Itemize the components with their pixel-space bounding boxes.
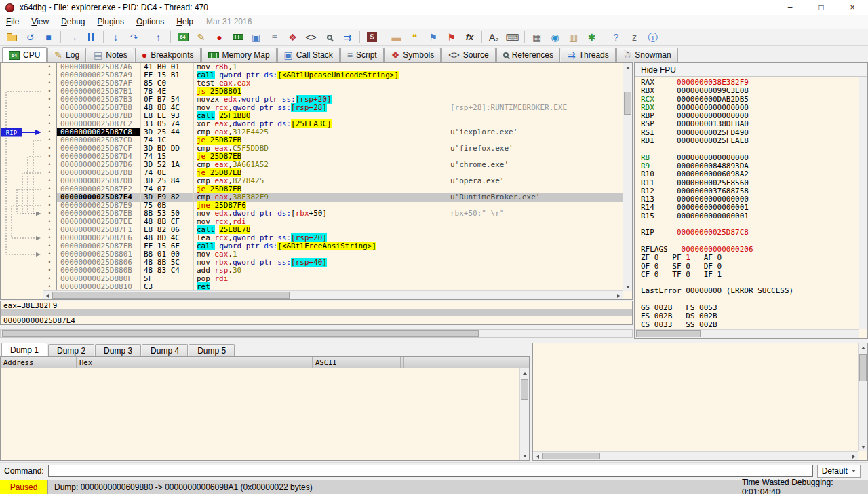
tab-dump-2[interactable]: Dump 2 [48,344,94,356]
script-icon[interactable]: ≡ [265,30,283,45]
functions-icon[interactable]: fx [460,30,479,45]
patches-icon[interactable]: ▬ [387,30,406,45]
registers-vscrollbar[interactable] [859,77,867,329]
minimize-button[interactable]: – [774,0,806,15]
notify-icon[interactable]: z [625,30,644,45]
breakpoint-dot-icon: • [43,218,56,226]
stop-icon[interactable]: ■ [39,30,58,45]
tab-label: Call Stack [296,50,333,60]
maximize-button[interactable]: □ [806,0,837,15]
step-into-icon[interactable]: ↓ [106,30,125,45]
attach-icon[interactable]: ✱ [583,30,601,45]
disasm-comment [446,96,623,104]
labels-icon[interactable]: ⚑ [424,30,442,45]
tab-call-stack[interactable]: ▣Call Stack [277,48,340,62]
breakpoint-dot-icon: • [43,193,56,202]
register-line[interactable]: RIP 00000000025D87C8 [641,229,859,237]
stack-vscrollbar[interactable] [858,343,867,451]
dump-vscrollbar[interactable] [519,368,529,460]
dump-tabs: Dump 1Dump 2Dump 3Dump 4Dump 5 [0,343,530,356]
app-logo-icon [5,3,14,12]
command-line-icon[interactable]: ⌨ [503,30,521,45]
cpu-icon[interactable]: 64 [174,30,192,45]
disasm-comment [446,185,623,193]
snowman-icon[interactable]: S [363,30,381,45]
register-line[interactable]: LastError 00000000 (ERROR_SUCCESS) [641,287,859,295]
memory-map-icon[interactable] [229,30,247,45]
tab-dump-4[interactable]: Dump 4 [142,344,188,356]
threads-icon[interactable]: ⇉ [338,30,357,45]
register-line[interactable]: RDI 00000000025FEAE8 [641,137,859,145]
bookmarks-icon[interactable]: ⚑ [442,30,460,45]
menu-file[interactable]: File [0,16,25,28]
tab-threads[interactable]: ⇉Threads [561,48,616,62]
tab-symbols[interactable]: ❖Symbols [384,48,441,62]
cpu-hscrollbar[interactable] [0,329,633,338]
tab-script[interactable]: ≡Script [340,48,384,62]
close-button[interactable]: × [837,0,868,15]
tab-breakpoints[interactable]: ●Breakpoints [135,48,201,62]
hide-fpu-button[interactable]: Hide FPU [635,63,867,77]
step-over-icon[interactable]: ↷ [125,30,143,45]
references-icon[interactable] [320,30,338,45]
open-file-icon[interactable] [3,30,21,45]
symbols-icon: ❖ [391,50,400,60]
tab-references[interactable]: References [496,48,560,62]
tab-dump-5[interactable]: Dump 5 [189,344,235,356]
breakpoint-dot-icon: • [43,63,56,71]
disassembly-hscrollbar[interactable] [43,290,623,299]
globe-icon[interactable]: ◉ [546,30,564,45]
notes-icon: ▤ [94,50,102,60]
tab-notes[interactable]: ▤Notes [87,48,134,62]
run-to-return-icon[interactable]: ↑ [149,30,167,45]
tab-dump-3[interactable]: Dump 3 [95,344,141,356]
run-icon[interactable]: → [64,30,82,45]
chevron-down-icon [852,470,856,472]
breakpoints-icon[interactable]: ● [210,30,229,45]
cpu-icon: 64 [9,51,20,60]
about-icon[interactable]: ⓘ [644,30,662,45]
disassembly-vscrollbar[interactable] [623,63,632,291]
restart-icon[interactable]: ↺ [21,30,39,45]
disasm-comment: [rsp+28]:RUNTIMEBROKER.EXE [446,104,623,112]
status-bar: Paused Dump: 0000000000609880 -> 0000000… [0,480,868,494]
tab-cpu[interactable]: 64CPU [2,47,47,62]
menu-view[interactable]: View [25,16,55,28]
symbols-icon[interactable]: ❖ [283,30,302,45]
notes-icon[interactable]: ✎ [192,30,210,45]
pause-icon[interactable] [82,30,100,45]
comments-icon[interactable]: ❝ [406,30,424,45]
tab-dump-1[interactable]: Dump 1 [1,343,47,356]
donate-icon[interactable]: ▥ [564,30,583,45]
menu-help[interactable]: Help [170,16,199,28]
breakpoint-dot-icon: • [43,234,56,242]
command-input[interactable] [48,465,813,477]
source-icon[interactable]: <> [302,30,320,45]
stack-hscrollbar[interactable] [533,451,858,460]
calculator-icon[interactable]: ▦ [528,30,546,45]
register-line[interactable]: CF 0 TF 0 IF 1 [641,271,859,279]
menu-options[interactable]: Options [130,16,170,28]
tab-label: Script [356,50,377,60]
registers-hscrollbar[interactable] [635,329,859,338]
build-date: Mar 31 2016 [199,16,258,28]
ascii-table-icon[interactable]: A₂ [485,30,503,45]
command-bar: Command: Default [0,462,868,479]
register-line[interactable]: R15 0000000000000001 [641,212,859,221]
tab-memory-map[interactable]: Memory Map [201,48,277,62]
menu-debug[interactable]: Debug [55,16,91,28]
breakpoint-dot-icon: • [43,136,56,145]
threads-icon: ⇉ [568,50,576,60]
tab-log[interactable]: ✎Log [47,48,86,62]
tab-source[interactable]: <>Source [441,48,495,62]
script-icon: ≡ [347,50,353,60]
breakpoint-dot-icon: • [43,145,56,153]
menu-plugins[interactable]: Plugins [92,16,130,28]
call-stack-icon[interactable]: ▣ [247,30,265,45]
info-line-1: eax=38E382F9 [1,301,632,309]
x64dbg-window: x64dbg - File: explorer.exe - PID: DC4 -… [0,0,868,494]
help-icon[interactable]: ? [607,30,625,45]
profile-dropdown[interactable]: Default [817,465,861,478]
tab-snowman[interactable]: ☃Snowman [616,48,678,62]
register-line[interactable]: CS 0033 SS 002B [641,321,859,329]
